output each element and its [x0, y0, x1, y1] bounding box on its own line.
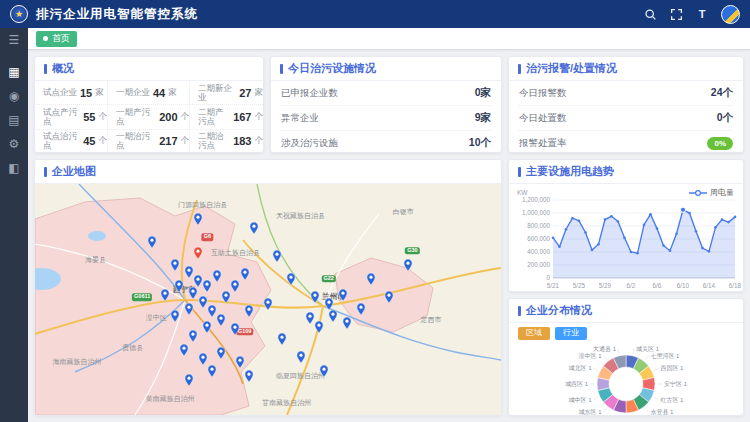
map-pin[interactable]: [235, 355, 246, 369]
map-pin[interactable]: [263, 297, 274, 311]
stat-value: 167: [233, 111, 251, 123]
map-pin[interactable]: [239, 267, 250, 281]
sidebar-item-dashboard[interactable]: ▦: [0, 60, 28, 84]
map-pin[interactable]: [272, 249, 283, 263]
map-pin[interactable]: [328, 309, 339, 323]
map-pin[interactable]: [309, 290, 320, 304]
stat-row: 今日报警数24个: [519, 81, 733, 106]
map-pin[interactable]: [286, 272, 297, 286]
map-pin[interactable]: [230, 322, 241, 336]
stat-value: 45: [83, 135, 95, 147]
map-pin[interactable]: [216, 346, 227, 360]
stat-label: 二期治污点: [198, 132, 230, 150]
panel-today-header: 今日治污设施情况: [271, 57, 501, 81]
svg-text:0: 0: [546, 274, 550, 281]
svg-text:5/25: 5/25: [573, 282, 586, 289]
stat-unit: 个: [254, 111, 263, 123]
map-pin[interactable]: [174, 279, 185, 293]
app-root: ★ 排污企业用电智能管控系统 T ☰ ▦ ◉ ▤ ⚙ ◧ 首页: [0, 0, 750, 422]
map-pin[interactable]: [342, 316, 353, 330]
stat-row: 报警处置率0%: [519, 131, 733, 153]
title-accent-bar: [518, 306, 521, 316]
stat-unit: 个: [181, 111, 190, 123]
map-pin[interactable]: [318, 364, 329, 378]
map-pin[interactable]: [244, 369, 255, 383]
panel-dist-header: 企业分布情况: [509, 299, 743, 323]
stat-label: 二期新企业: [198, 84, 236, 102]
svg-text:6/6: 6/6: [653, 282, 662, 289]
dist-button-region[interactable]: 区域: [518, 327, 550, 340]
map-pin[interactable]: [402, 258, 413, 272]
map-pin[interactable]: [276, 332, 287, 346]
font-size-icon[interactable]: T: [695, 7, 709, 21]
stat-row: 今日处置数0个: [519, 106, 733, 131]
avatar[interactable]: [721, 5, 740, 24]
stat-label: 试点企业: [43, 88, 77, 97]
map-pin[interactable]: [304, 311, 315, 325]
sidebar-item-settings[interactable]: ⚙: [0, 132, 28, 156]
row-value: 10个: [469, 136, 491, 150]
svg-text:皋兰县 1: 皋兰县 1: [636, 415, 660, 416]
search-icon[interactable]: [643, 7, 657, 21]
map-pin[interactable]: [193, 212, 204, 226]
dist-button-industry[interactable]: 行业: [555, 327, 587, 340]
panel-map-header: 企业地图: [35, 160, 501, 184]
stat-label: 一期企业: [116, 88, 150, 97]
map-pin[interactable]: [160, 288, 171, 302]
map-pin[interactable]: [202, 320, 213, 334]
row-value: 24个: [711, 86, 733, 100]
map-pin[interactable]: [169, 309, 180, 323]
trend-chart-svg: 0200,000400,000600,000800,0001,000,0001,…: [509, 184, 743, 291]
map-pin[interactable]: [211, 269, 222, 283]
title-accent-bar: [518, 167, 521, 177]
tab-home[interactable]: 首页: [36, 31, 77, 47]
map-canvas[interactable]: 门源回族自治县天祝藏族自治县白银市海晏县互助土族自治县西宁市兰州市湟中区贵德县海…: [35, 184, 501, 415]
sidebar-menu-toggle-icon[interactable]: ☰: [0, 28, 28, 52]
sidebar-item-documents[interactable]: ◧: [0, 156, 28, 180]
svg-text:5/21: 5/21: [547, 282, 560, 289]
map-pin[interactable]: [183, 302, 194, 316]
fullscreen-icon[interactable]: [669, 7, 683, 21]
svg-text:600,000: 600,000: [527, 235, 550, 242]
panel-power-trend: 主要设施用电趋势 KW 周电量 0200,000400,000600,00080…: [508, 159, 744, 292]
svg-text:城关区 1: 城关区 1: [636, 345, 660, 352]
row-value: 0个: [717, 111, 733, 125]
map-pin[interactable]: [365, 272, 376, 286]
title-accent-bar: [44, 167, 47, 177]
map-pin[interactable]: [356, 302, 367, 316]
stat-cell: 试点治污点45个: [35, 130, 108, 153]
map-pin[interactable]: [188, 329, 199, 343]
map-pin[interactable]: [216, 313, 227, 327]
stat-value: 15: [80, 87, 92, 99]
sidebar-item-monitor[interactable]: ◉: [0, 84, 28, 108]
map-pin[interactable]: [295, 350, 306, 364]
stat-cell: 二期治污点183个: [190, 130, 263, 153]
svg-text:5/29: 5/29: [599, 282, 612, 289]
map-pin[interactable]: [249, 221, 260, 235]
stat-row: 异常企业9家: [281, 106, 491, 131]
map-pin-highlighted[interactable]: [193, 246, 204, 260]
map-pin[interactable]: [244, 304, 255, 318]
sidebar-item-reports[interactable]: ▤: [0, 108, 28, 132]
map-pin[interactable]: [207, 364, 218, 378]
svg-text:200,000: 200,000: [527, 261, 550, 268]
tab-home-label: 首页: [52, 32, 70, 45]
map-pin[interactable]: [337, 288, 348, 302]
svg-text:城中区 1: 城中区 1: [569, 395, 593, 402]
stat-cell: 二期产污点167个: [190, 105, 263, 129]
map-pin[interactable]: [183, 373, 194, 387]
stat-row: 已申报企业数0家: [281, 81, 491, 106]
row-label: 今日报警数: [519, 87, 567, 100]
map-pin[interactable]: [179, 343, 190, 357]
map-pin[interactable]: [384, 290, 395, 304]
map-pin[interactable]: [146, 235, 157, 249]
stat-cell: 试点产污点55个: [35, 105, 108, 129]
panel-trend-title: 主要设施用电趋势: [526, 164, 614, 179]
svg-text:6/14: 6/14: [703, 282, 716, 289]
map-pin[interactable]: [169, 258, 180, 272]
stat-label: 一期产污点: [116, 108, 156, 126]
svg-text:800,000: 800,000: [527, 222, 550, 229]
panel-map-title: 企业地图: [52, 164, 96, 179]
app-header: ★ 排污企业用电智能管控系统 T: [0, 0, 750, 28]
stat-value: 200: [159, 111, 177, 123]
